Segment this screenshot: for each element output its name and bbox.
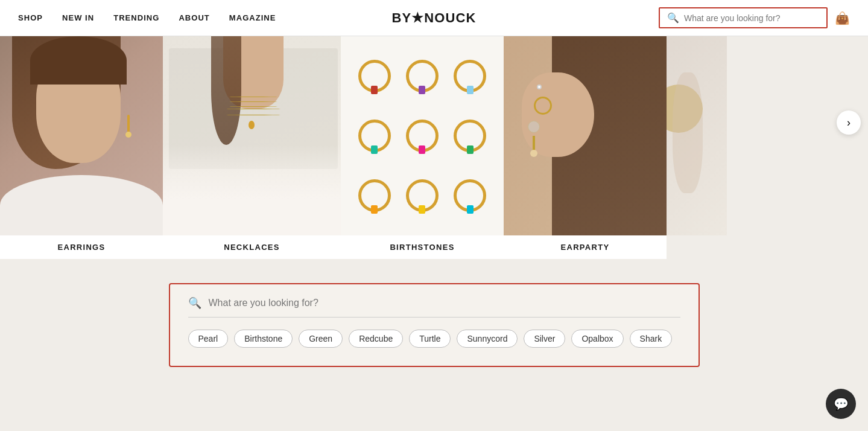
hoop-ring-1: [358, 60, 391, 92]
tag-green[interactable]: Green: [299, 330, 343, 348]
category-card-earrings[interactable]: EARRINGS: [0, 36, 163, 259]
pendant-8: [419, 205, 425, 214]
hoop-ring-7: [358, 179, 391, 212]
hoop-7: [353, 168, 396, 223]
nav-trending[interactable]: TRENDING: [113, 13, 159, 22]
category-card-birthstones[interactable]: BIRTHSTONES: [341, 36, 504, 259]
category-card-earparty[interactable]: EARPARTY: [504, 36, 667, 259]
chat-icon: 💬: [834, 397, 849, 411]
search-icon-main: 🔍: [188, 296, 201, 310]
hoop-8: [401, 168, 443, 223]
tag-turtle[interactable]: Turtle: [409, 330, 451, 348]
birthstones-label: BIRTHSTONES: [341, 235, 504, 259]
hoop-ring-3: [454, 60, 486, 92]
tag-sunnycord[interactable]: Sunnycord: [457, 330, 518, 348]
main-search-input[interactable]: [209, 298, 680, 308]
category-card-necklaces[interactable]: NECKLACES: [163, 36, 341, 259]
nav-about[interactable]: ABOUT: [179, 13, 209, 22]
hoop-9: [449, 168, 492, 223]
hoop-ring-6: [454, 120, 486, 152]
tag-silver[interactable]: Silver: [524, 330, 565, 348]
cart-icon[interactable]: 👜: [835, 11, 850, 25]
pendant-7: [371, 205, 378, 214]
pendant-9: [467, 205, 474, 214]
search-icon: 🔍: [667, 12, 679, 24]
tag-redcube[interactable]: Redcube: [349, 330, 403, 348]
hoop-ring-2: [406, 60, 439, 92]
birthstones-image: [341, 36, 504, 235]
pendant-4: [371, 145, 378, 154]
header: SHOP NEW IN TRENDING ABOUT MAGAZINE BY★N…: [0, 0, 868, 36]
earparty-image: [504, 36, 667, 235]
hoop-ring-9: [454, 179, 486, 212]
search-input-row: 🔍: [188, 296, 680, 318]
partial-image: [667, 36, 727, 235]
earparty-label: EARPARTY: [504, 235, 667, 259]
earrings-label: EARRINGS: [0, 235, 163, 259]
pendant-5: [419, 145, 425, 154]
pendant-3: [467, 86, 474, 94]
necklaces-label: NECKLACES: [163, 235, 341, 259]
header-search-input[interactable]: [684, 13, 819, 23]
search-section: 🔍 Pearl Birthstone Green Redcube Turtle …: [0, 259, 868, 403]
hoop-5: [401, 108, 443, 163]
pendant-6: [467, 145, 474, 154]
main-nav: SHOP NEW IN TRENDING ABOUT MAGAZINE: [18, 13, 276, 22]
chat-button[interactable]: 💬: [826, 389, 856, 419]
pendant-2: [419, 86, 425, 94]
hoop-4: [353, 108, 396, 163]
nav-new-in[interactable]: NEW IN: [62, 13, 94, 22]
suggestion-tags: Pearl Birthstone Green Redcube Turtle Su…: [188, 330, 680, 348]
hoop-ring-4: [358, 120, 391, 152]
header-search-bar[interactable]: 🔍: [659, 7, 828, 28]
hoop-ring-5: [406, 120, 439, 152]
carousel-track: EARRINGS: [0, 36, 868, 259]
necklaces-image: [163, 36, 341, 235]
category-carousel: EARRINGS: [0, 36, 868, 259]
hoop-2: [401, 48, 443, 103]
search-container: 🔍 Pearl Birthstone Green Redcube Turtle …: [169, 283, 700, 367]
tag-pearl[interactable]: Pearl: [188, 330, 229, 348]
hoop-6: [449, 108, 492, 163]
pendant-1: [371, 86, 378, 94]
header-right: 🔍 👜: [659, 7, 850, 28]
site-logo[interactable]: BY★NOUCK: [391, 10, 476, 26]
nav-shop[interactable]: SHOP: [18, 13, 43, 22]
hoop-3: [449, 48, 492, 103]
hoop-ring-8: [406, 179, 439, 212]
earrings-image: [0, 36, 163, 235]
nav-magazine[interactable]: MAGAZINE: [229, 13, 276, 22]
tag-shark[interactable]: Shark: [630, 330, 673, 348]
tag-opalbox[interactable]: Opalbox: [571, 330, 623, 348]
carousel-next-button[interactable]: ›: [837, 110, 861, 135]
category-card-partial[interactable]: [667, 36, 727, 259]
tag-birthstone[interactable]: Birthstone: [234, 330, 293, 348]
chevron-right-icon: ›: [847, 117, 851, 129]
hoop-1: [353, 48, 396, 103]
